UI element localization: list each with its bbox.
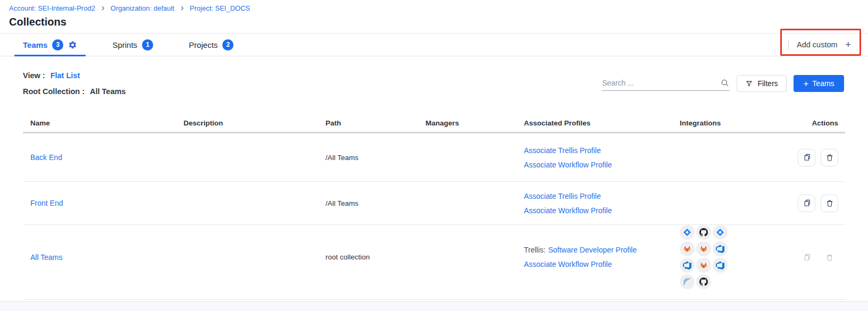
column-header-description: Description [183,119,326,127]
root-collection-label: Root Collection : [23,87,85,96]
associate-workflow-profile-link[interactable]: Associate Workflow Profile [524,260,612,268]
azure-devops-icon [680,258,695,273]
column-header-actions: Actions [798,119,845,127]
view-selector: View : Flat List [23,71,80,80]
search-icon [720,78,730,88]
actions-cell [798,195,845,212]
root-collection: Root Collection : All Teams [23,87,126,96]
copy-button[interactable] [798,149,815,166]
tab-bar: Teams 3 Sprints 1 Projects 2 Add custom … [0,33,868,56]
path-cell: /All Teams [326,199,425,207]
column-header-path: Path [326,119,425,127]
tab-teams[interactable]: Teams 3 [14,33,86,56]
table-row: Back End /All Teams Associate Trellis Pr… [23,133,845,182]
tab-sprints-label: Sprints [112,40,137,49]
associated-profiles-cell: Associate Trellis Profile Associate Work… [524,146,680,169]
collection-link-back-end[interactable]: Back End [30,153,62,162]
add-custom-button[interactable]: Add custom + [788,33,851,56]
breadcrumb-project-link[interactable]: Project: SEI_DOCS [190,4,250,12]
copy-button-disabled [798,248,815,266]
copy-icon [802,253,812,262]
trash-icon [825,198,834,208]
azure-devops-icon [713,241,728,256]
github-icon [696,274,711,289]
tab-sprints[interactable]: Sprints 1 [104,33,162,56]
view-value-link[interactable]: Flat List [51,71,80,80]
plus-icon: + [846,40,852,49]
add-teams-button-label: Teams [812,79,834,88]
breadcrumb-account-link[interactable]: Account: SEI-Internal-Prod2 [9,4,95,12]
github-icon [696,225,711,240]
table-row: Front End /All Teams Associate Trellis P… [23,182,845,225]
path-cell: /All Teams [326,154,425,162]
add-teams-button[interactable]: + Teams [794,75,844,92]
managers-cell [425,257,524,271]
add-custom-label: Add custom [797,40,838,49]
root-collection-value: All Teams [90,87,126,96]
trash-icon [825,153,834,162]
page-background-strip [0,301,868,311]
integrations-cell [680,225,798,289]
collections-table: Name Description Path Managers Associate… [23,114,845,300]
page-title: Collections [9,16,66,28]
jira-icon [713,225,728,240]
tab-projects-label: Projects [189,40,218,49]
filter-funnel-icon [745,80,753,88]
sonarqube-icon [680,274,695,289]
gitlab-icon [680,241,695,256]
search-box [602,75,730,91]
breadcrumb: Account: SEI-Internal-Prod2 Organization… [9,4,250,12]
delete-button-disabled [821,248,838,266]
delete-button[interactable] [821,149,838,166]
actions-cell [798,248,845,280]
column-header-name: Name [23,119,183,127]
vertical-separator [788,40,789,49]
filters-button[interactable]: Filters [737,75,787,92]
chevron-right-icon [179,5,185,11]
teams-count-badge: 3 [52,39,63,51]
column-header-associated-profiles: Associated Profiles [524,119,680,127]
associate-trellis-profile-link[interactable]: Associate Trellis Profile [524,192,601,200]
associated-profiles-cell: Trellis: Software Developer Profile Asso… [524,246,680,282]
description-cell [183,257,326,271]
collection-link-front-end[interactable]: Front End [30,199,63,207]
copy-icon [802,153,812,162]
azure-devops-icon [713,258,728,273]
view-label: View : [23,71,45,80]
table-row: All Teams root collection Trellis: Softw… [23,225,845,300]
projects-count-badge: 2 [222,39,233,51]
associate-workflow-profile-link[interactable]: Associate Workflow Profile [524,161,612,169]
trellis-prefix-label: Trellis: [524,246,546,254]
gitlab-icon [696,258,711,273]
column-header-integrations: Integrations [680,119,798,127]
gitlab-icon [696,241,711,256]
chevron-right-icon [100,5,106,11]
associate-workflow-profile-link[interactable]: Associate Workflow Profile [524,206,612,215]
delete-button[interactable] [821,195,838,212]
copy-icon [802,198,812,208]
associate-trellis-profile-link[interactable]: Associate Trellis Profile [524,146,601,155]
sprints-count-badge: 1 [142,39,153,51]
actions-cell [798,149,845,166]
search-input[interactable] [602,79,720,87]
trash-icon [825,253,834,262]
copy-button[interactable] [798,195,815,212]
filters-button-label: Filters [757,79,778,88]
tab-teams-label: Teams [23,40,47,49]
associated-profiles-cell: Associate Trellis Profile Associate Work… [524,192,680,215]
plus-icon: + [803,79,808,88]
software-developer-profile-link[interactable]: Software Developer Profile [548,246,637,254]
path-cell: root collection [326,253,425,275]
jira-icon [680,225,695,240]
breadcrumb-organization-link[interactable]: Organization: default [111,4,174,12]
gear-icon[interactable] [68,40,77,49]
collection-link-all-teams[interactable]: All Teams [30,253,62,262]
table-header-row: Name Description Path Managers Associate… [23,114,845,133]
column-header-managers: Managers [425,119,524,127]
tab-projects[interactable]: Projects 2 [180,33,242,56]
